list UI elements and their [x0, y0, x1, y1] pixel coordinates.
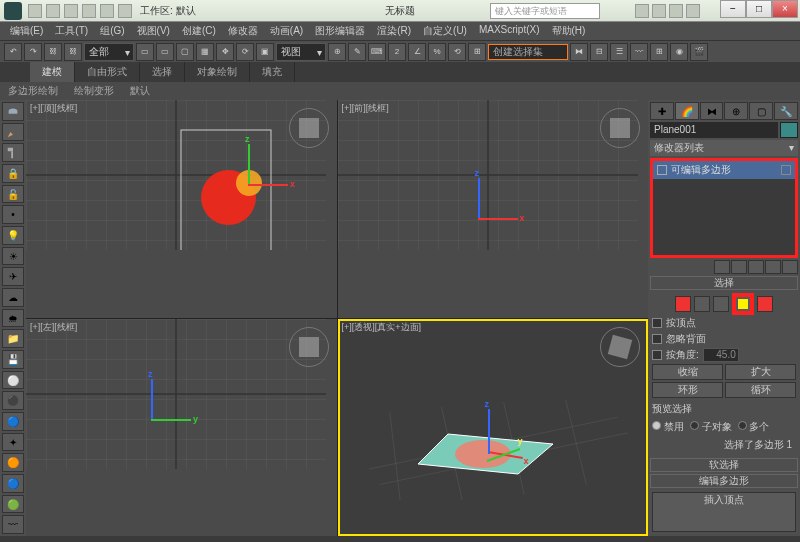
menu-create[interactable]: 创建(C): [176, 22, 222, 40]
viewcube-top[interactable]: [289, 108, 329, 148]
subobj-edge[interactable]: [694, 296, 710, 312]
subobj-vertex[interactable]: [675, 296, 691, 312]
viewport-top-label[interactable]: [+][顶][线框]: [30, 102, 77, 115]
qat-link-icon[interactable]: [118, 4, 132, 18]
material-icon[interactable]: ◉: [670, 43, 688, 61]
config-icon[interactable]: [782, 260, 798, 274]
ref-coord-dropdown[interactable]: 视图: [276, 43, 326, 61]
modifier-toggle-icon[interactable]: [781, 165, 791, 175]
pin-stack-icon[interactable]: [714, 260, 730, 274]
sphere-orange-icon[interactable]: 🟠: [2, 453, 24, 472]
ribbon-default[interactable]: 默认: [122, 82, 158, 100]
rollout-selection[interactable]: 选择: [650, 276, 798, 290]
insert-vertex-button[interactable]: 插入顶点: [652, 492, 796, 532]
viewport-front[interactable]: [+][前][线框] x z: [338, 100, 649, 318]
preview-multi-radio[interactable]: [738, 421, 747, 430]
mirror-icon[interactable]: ⧓: [570, 43, 588, 61]
menu-render[interactable]: 渲染(R): [371, 22, 417, 40]
selection-lock-icon[interactable]: 🔓: [2, 185, 24, 204]
plane-icon[interactable]: ✈: [2, 267, 24, 286]
link-icon[interactable]: ⛓: [44, 43, 62, 61]
menu-animation[interactable]: 动画(A): [264, 22, 309, 40]
menu-maxscript[interactable]: MAXScript(X): [473, 22, 546, 40]
show-end-icon[interactable]: [731, 260, 747, 274]
cmd-tab-modify[interactable]: 🌈: [675, 102, 699, 120]
subobj-polygon[interactable]: [732, 293, 754, 315]
pivot-icon[interactable]: ⊕: [328, 43, 346, 61]
wave-icon[interactable]: 〰: [2, 515, 24, 534]
undo-icon[interactable]: ↶: [4, 43, 22, 61]
rain-icon[interactable]: 🌧: [2, 309, 24, 328]
menu-edit[interactable]: 编辑(E): [4, 22, 49, 40]
subobj-border[interactable]: [713, 296, 729, 312]
angle-spinner[interactable]: 45.0: [703, 348, 739, 362]
curve-editor-icon[interactable]: 〰: [630, 43, 648, 61]
viewport-left-label[interactable]: [+][左][线框]: [30, 321, 77, 334]
signin-icon[interactable]: [635, 4, 649, 18]
object-name-field[interactable]: Plane001: [650, 122, 778, 138]
star-icon[interactable]: [686, 4, 700, 18]
menu-modifiers[interactable]: 修改器: [222, 22, 264, 40]
ball1-icon[interactable]: ⚪: [2, 371, 24, 390]
snap-percent-icon[interactable]: %: [428, 43, 446, 61]
keyboard-shortcut-icon[interactable]: ⌨: [368, 43, 386, 61]
snap-spinner-icon[interactable]: ⟲: [448, 43, 466, 61]
qat-undo-icon[interactable]: [82, 4, 96, 18]
subobj-element[interactable]: [757, 296, 773, 312]
world-axis-icon[interactable]: ⊞: [468, 43, 486, 61]
viewport-left[interactable]: [+][左][线框] y z: [26, 319, 337, 537]
rollout-soft-selection[interactable]: 软选择: [650, 458, 798, 472]
rotate-icon[interactable]: ⟳: [236, 43, 254, 61]
teapot-icon[interactable]: [2, 102, 24, 121]
ball3-icon[interactable]: 🔵: [2, 412, 24, 431]
plane-object-persp[interactable]: [408, 424, 558, 484]
cmd-tab-create[interactable]: ✚: [650, 102, 674, 120]
viewcube-front[interactable]: [600, 108, 640, 148]
shrink-button[interactable]: 收缩: [652, 364, 723, 380]
ball2-icon[interactable]: ⚫: [2, 391, 24, 410]
loop-button[interactable]: 循环: [725, 382, 796, 398]
lock-icon[interactable]: 🔒: [2, 164, 24, 183]
light-icon[interactable]: 💡: [2, 226, 24, 245]
object-color-swatch[interactable]: [780, 122, 798, 138]
selection-filter-dropdown[interactable]: 全部: [84, 43, 134, 61]
viewcube-persp[interactable]: [600, 327, 640, 367]
window-crossing-icon[interactable]: ▦: [196, 43, 214, 61]
viewport-front-label[interactable]: [+][前][线框]: [342, 102, 389, 115]
tab-modeling[interactable]: 建模: [30, 62, 75, 82]
select-name-icon[interactable]: ▭: [156, 43, 174, 61]
sphere-blue-icon[interactable]: 🔵: [2, 474, 24, 493]
select-icon[interactable]: ▭: [136, 43, 154, 61]
modifier-stack[interactable]: 可编辑多边形: [650, 158, 798, 258]
scale-icon[interactable]: ▣: [256, 43, 274, 61]
by-angle-checkbox[interactable]: [652, 350, 662, 360]
minimize-button[interactable]: −: [720, 0, 746, 18]
tab-object-paint[interactable]: 对象绘制: [185, 62, 250, 82]
move-icon[interactable]: ✥: [216, 43, 234, 61]
sphere-green-icon[interactable]: 🟢: [2, 495, 24, 514]
close-button[interactable]: ×: [772, 0, 798, 18]
qat-open-icon[interactable]: [46, 4, 60, 18]
menu-view[interactable]: 视图(V): [131, 22, 176, 40]
disk-icon[interactable]: 💾: [2, 350, 24, 369]
unlink-icon[interactable]: ⛓: [64, 43, 82, 61]
brush-icon[interactable]: [2, 123, 24, 142]
schematic-icon[interactable]: ⊞: [650, 43, 668, 61]
menu-customize[interactable]: 自定义(U): [417, 22, 473, 40]
ignore-back-checkbox[interactable]: [652, 334, 662, 344]
help-icon[interactable]: [652, 4, 666, 18]
rollout-edit-poly[interactable]: 编辑多边形: [650, 474, 798, 488]
viewport-top[interactable]: [+][顶][线框] x z: [26, 100, 337, 318]
select-region-icon[interactable]: ▢: [176, 43, 194, 61]
workspace-label[interactable]: 工作区: 默认: [140, 4, 196, 18]
menu-help[interactable]: 帮助(H): [546, 22, 592, 40]
layers-icon[interactable]: ☰: [610, 43, 628, 61]
menu-group[interactable]: 组(G): [94, 22, 130, 40]
grow-button[interactable]: 扩大: [725, 364, 796, 380]
cmd-tab-utilities[interactable]: 🔧: [774, 102, 798, 120]
tab-freeform[interactable]: 自由形式: [75, 62, 140, 82]
modifier-list-dropdown[interactable]: 修改器列表: [650, 140, 798, 156]
sun-icon[interactable]: ☀: [2, 247, 24, 266]
qat-redo-icon[interactable]: [100, 4, 114, 18]
folder-icon[interactable]: 📁: [2, 329, 24, 348]
